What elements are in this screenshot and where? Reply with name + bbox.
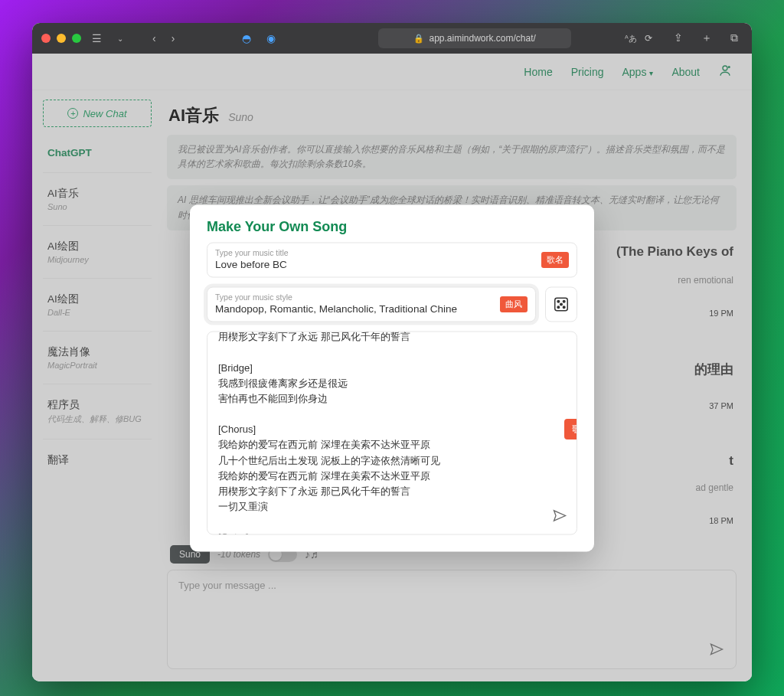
svg-point-4 [563, 301, 565, 303]
song-style-field[interactable]: Type your music style 曲风 [207, 287, 536, 322]
modal-title: Make Your Own Song [207, 219, 577, 235]
shield-icon[interactable]: ◓ [237, 32, 256, 44]
lyrics-send-button[interactable] [552, 508, 567, 527]
maximize-window-icon[interactable] [72, 34, 81, 43]
forward-icon[interactable]: › [167, 32, 180, 44]
address-bar[interactable]: 🔒 app.aimindwork.com/chat/ ᴬあ ⟳ [378, 28, 571, 48]
close-window-icon[interactable] [41, 34, 51, 43]
song-style-input[interactable] [215, 302, 528, 315]
new-tab-icon[interactable]: ＋ [697, 31, 717, 45]
song-title-input[interactable] [215, 257, 569, 270]
browser-toolbar: ☰ ⌄ ‹ › ◓ ◉ 🔒 app.aimindwork.com/chat/ ᴬ… [32, 23, 752, 54]
lock-icon: 🔒 [413, 34, 424, 44]
svg-point-3 [557, 301, 560, 303]
title-badge: 歌名 [541, 252, 569, 268]
randomize-button[interactable] [545, 287, 577, 322]
svg-point-7 [563, 306, 565, 309]
share-icon[interactable]: ⇪ [669, 31, 688, 45]
song-style-label: Type your music style [215, 292, 528, 302]
back-icon[interactable]: ‹ [148, 32, 161, 44]
dice-icon [553, 296, 570, 313]
svg-point-5 [560, 304, 563, 306]
song-title-field[interactable]: Type your music title 歌名 [207, 243, 577, 278]
lyrics-badge: 歌词 [564, 419, 577, 439]
reader-icon[interactable]: ᴬあ [625, 33, 637, 44]
extension-icon[interactable]: ◉ [262, 32, 280, 44]
url-text: app.aimindwork.com/chat/ [429, 33, 535, 44]
lyrics-field[interactable]: 用楔形文字刻下了永远 那已风化千年的誓言 [Bridge] 我感到很疲倦离家乡还… [207, 332, 577, 535]
sidebar-toggle-icon[interactable]: ☰ [87, 32, 106, 44]
reload-icon[interactable]: ⟳ [645, 33, 652, 44]
style-badge: 曲风 [500, 296, 528, 312]
lyrics-text: 用楔形文字刻下了永远 那已风化千年的誓言 [Bridge] 我感到很疲倦离家乡还… [218, 332, 540, 535]
song-title-label: Type your music title [215, 248, 569, 257]
minimize-window-icon[interactable] [57, 34, 66, 43]
tabs-overview-icon[interactable]: ⧉ [726, 31, 743, 45]
song-modal: Make Your Own Song Type your music title… [190, 205, 594, 552]
send-icon [552, 508, 567, 524]
window-controls [41, 34, 81, 43]
svg-point-6 [557, 306, 560, 309]
chevron-down-icon[interactable]: ⌄ [113, 34, 128, 43]
browser-window: ☰ ⌄ ‹ › ◓ ◉ 🔒 app.aimindwork.com/chat/ ᴬ… [32, 23, 752, 681]
